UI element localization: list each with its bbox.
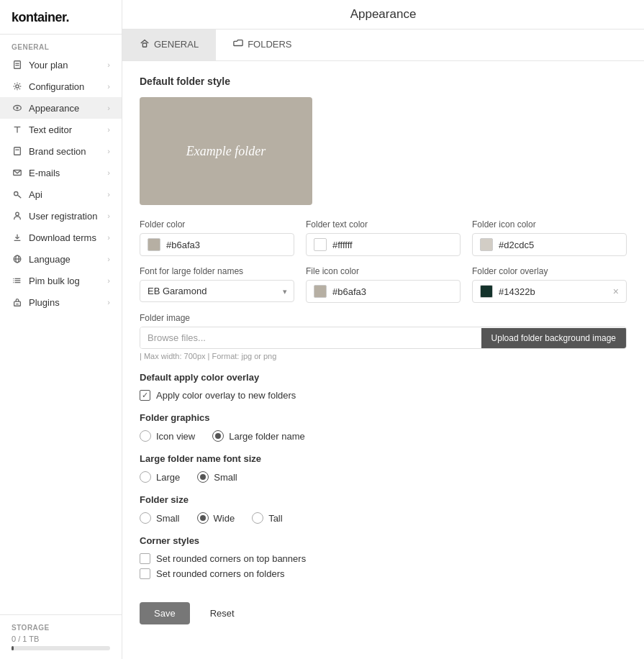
folder-color-overlay-label: Folder color overlay — [472, 266, 627, 276]
apply-checkbox[interactable]: ✓ — [140, 390, 150, 401]
chevron-right-icon: › — [107, 255, 110, 263]
radio-large-folder-name[interactable]: Large folder name — [212, 430, 305, 442]
file-icon-color-swatch[interactable] — [314, 285, 327, 298]
chevron-right-icon: › — [107, 147, 110, 155]
radio-size-small-folder[interactable]: Small — [140, 512, 180, 524]
chevron-right-icon: › — [107, 233, 110, 242]
corner-styles-section: Corner styles Set rounded corners on top… — [140, 535, 627, 579]
action-row: Save Reset — [140, 591, 627, 630]
radio-circle-folder-small[interactable] — [140, 512, 151, 524]
font-select[interactable]: EB Garamond — [140, 280, 294, 302]
radio-circle-size-large[interactable] — [140, 471, 151, 483]
sidebar-item-download-terms[interactable]: Download terms › — [0, 227, 122, 248]
svg-point-25 — [13, 282, 14, 283]
folder-icon-color-label: Folder icon color — [472, 219, 627, 229]
rounded-top-banners-label: Set rounded corners on top banners — [156, 553, 306, 564]
sidebar-item-configuration[interactable]: Configuration › — [0, 76, 122, 97]
folder-color-overlay-value[interactable] — [499, 286, 607, 297]
radio-circle-folder-tall[interactable] — [252, 512, 263, 524]
font-size-section: Large folder name font size Large Small — [140, 453, 627, 483]
sidebar-item-label: Text editor — [29, 124, 72, 135]
sidebar-item-text-editor[interactable]: Text editor › — [0, 119, 122, 140]
sidebar-item-plugins[interactable]: Plugins › — [0, 291, 122, 313]
radio-label-folder-wide: Wide — [214, 513, 235, 524]
svg-line-13 — [19, 196, 20, 197]
folder-color-overlay-swatch[interactable] — [480, 285, 493, 298]
save-button[interactable]: Save — [140, 602, 190, 624]
rounded-folders-checkbox[interactable] — [140, 568, 150, 579]
folder-icon-color-input[interactable] — [472, 233, 627, 256]
sidebar-item-your-plan[interactable]: Your plan › — [0, 54, 122, 76]
folder-size-radio-group: Small Wide Tall — [140, 512, 627, 524]
rounded-top-banners-row: Set rounded corners on top banners — [140, 553, 627, 564]
folder-text-color-group: Folder text color — [306, 219, 461, 256]
sidebar-item-label: Configuration — [29, 81, 84, 92]
rounded-top-banners-checkbox[interactable] — [140, 553, 150, 564]
radio-circle-size-small[interactable] — [197, 471, 209, 483]
corner-styles-title: Corner styles — [140, 535, 627, 546]
page-title: Appearance — [350, 7, 417, 22]
sidebar-item-api[interactable]: Api › — [0, 183, 122, 205]
folder-preview-text: Example folder — [186, 144, 266, 159]
file-icon-color-input[interactable] — [306, 280, 461, 303]
storage-bar — [12, 646, 110, 650]
radio-size-large[interactable]: Large — [140, 471, 180, 483]
clear-icon[interactable]: × — [613, 286, 619, 297]
radio-circle-folder-wide[interactable] — [197, 512, 209, 524]
rounded-folders-label: Set rounded corners on folders — [156, 568, 285, 579]
folder-color-swatch[interactable] — [148, 238, 160, 251]
radio-size-wide-folder[interactable]: Wide — [197, 512, 235, 524]
radio-circle-large-folder-name[interactable] — [212, 430, 224, 442]
chevron-right-icon: › — [107, 82, 110, 91]
file-icon — [12, 145, 23, 157]
upload-button[interactable]: Upload folder background image — [481, 328, 626, 348]
folder-color-label: Folder color — [140, 219, 294, 229]
list-icon — [12, 275, 23, 286]
file-icon-color-value[interactable] — [332, 286, 453, 297]
folder-text-color-swatch[interactable] — [314, 238, 327, 251]
main-header: Appearance — [122, 0, 644, 29]
sidebar-item-label: Appearance — [29, 103, 79, 114]
sidebar-item-emails[interactable]: E-mails › — [0, 162, 122, 183]
sidebar-item-label: Api — [29, 189, 42, 200]
sidebar-item-label: E-mails — [29, 168, 60, 178]
tab-bar: GENERAL FOLDERS — [122, 29, 644, 61]
folder-color-input[interactable] — [140, 233, 294, 256]
sidebar-item-user-registration[interactable]: User registration › — [0, 205, 122, 227]
radio-circle-icon-view[interactable] — [140, 430, 151, 442]
folder-text-color-label: Folder text color — [306, 219, 461, 229]
svg-rect-8 — [14, 147, 21, 155]
apply-checkbox-row: ✓ Apply color overlay to new folders — [140, 390, 627, 401]
chevron-right-icon: › — [107, 60, 110, 69]
folder-color-value[interactable] — [166, 240, 286, 250]
sidebar-item-appearance[interactable]: Appearance › — [0, 97, 122, 119]
radio-icon-view[interactable]: Icon view — [140, 430, 195, 442]
reset-button[interactable]: Reset — [199, 602, 246, 624]
sidebar-item-brand-section[interactable]: Brand section › — [0, 140, 122, 162]
folder-size-title: Folder size — [140, 494, 627, 505]
svg-point-11 — [14, 192, 18, 196]
plugin-icon — [12, 296, 23, 308]
tab-general[interactable]: GENERAL — [122, 29, 216, 60]
sidebar-item-pim-bulk-log[interactable]: Pim bulk log › — [0, 270, 122, 291]
browse-files-input[interactable] — [140, 327, 481, 348]
folder-icon-color-value[interactable] — [499, 240, 619, 250]
storage-bar-fill — [12, 646, 14, 650]
radio-size-tall-folder[interactable]: Tall — [252, 512, 283, 524]
sidebar: kontainer. GENERAL Your plan › Configura… — [0, 0, 122, 659]
sidebar-general-label: GENERAL — [0, 35, 122, 54]
radio-size-small[interactable]: Small — [197, 471, 237, 483]
folder-text-color-input[interactable] — [306, 233, 461, 256]
default-folder-style-title: Default folder style — [140, 76, 627, 87]
folder-icon-color-swatch[interactable] — [480, 238, 493, 251]
tab-folders[interactable]: FOLDERS — [216, 29, 309, 60]
folder-color-overlay-input[interactable]: × — [472, 280, 627, 303]
font-label: Font for large folder names — [140, 266, 294, 276]
image-hint: | Max width: 700px | Format: jpg or png — [140, 352, 627, 360]
sidebar-item-language[interactable]: Language › — [0, 248, 122, 270]
radio-dot-size-small — [200, 474, 206, 480]
svg-point-24 — [13, 280, 14, 281]
chevron-right-icon: › — [107, 212, 110, 220]
sidebar-item-label: Pim bulk log — [29, 276, 80, 286]
folder-text-color-value[interactable] — [332, 240, 453, 250]
